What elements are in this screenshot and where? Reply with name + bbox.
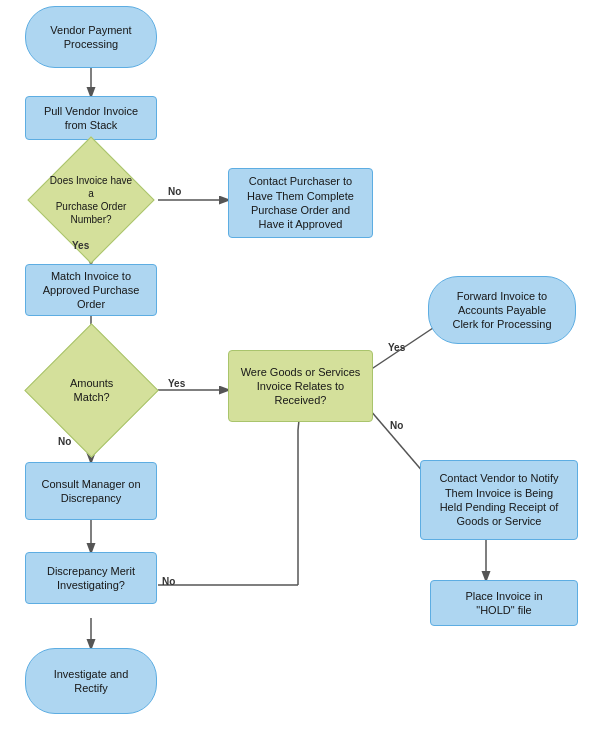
flowchart: Vendor Payment Processing Pull Vendor In…	[0, 0, 590, 747]
discrepancy-merit-label: Discrepancy Merit Investigating?	[47, 564, 135, 593]
node-contact-vendor: Contact Vendor to Notify Them Invoice is…	[420, 460, 578, 540]
node-contact-purchaser: Contact Purchaser to Have Them Complete …	[228, 168, 373, 238]
label-yes-amounts: Yes	[168, 378, 185, 389]
investigate-label: Investigate and Rectify	[54, 667, 129, 696]
node-vendor-payment: Vendor Payment Processing	[25, 6, 157, 68]
node-place-hold: Place Invoice in "HOLD" file	[430, 580, 578, 626]
node-pull-invoice: Pull Vendor Invoice from Stack	[25, 96, 157, 140]
consult-manager-label: Consult Manager on Discrepancy	[41, 477, 140, 506]
node-discrepancy-merit: Discrepancy Merit Investigating?	[25, 552, 157, 604]
label-yes-goods: Yes	[388, 342, 405, 353]
contact-vendor-label: Contact Vendor to Notify Them Invoice is…	[439, 471, 558, 528]
goods-received-label: Were Goods or Services Invoice Relates t…	[241, 365, 361, 408]
node-amounts-match-wrapper: Amounts Match?	[10, 340, 172, 440]
label-no-po: No	[168, 186, 181, 197]
node-forward-invoice: Forward Invoice to Accounts Payable Cler…	[428, 276, 576, 344]
amounts-match-label: Amounts Match?	[45, 376, 138, 405]
node-has-po-wrapper: Does Invoice have a Purchase Order Numbe…	[10, 158, 172, 242]
has-po-label: Does Invoice have a Purchase Order Numbe…	[47, 174, 135, 226]
node-goods-received: Were Goods or Services Invoice Relates t…	[228, 350, 373, 422]
node-match-invoice: Match Invoice to Approved Purchase Order	[25, 264, 157, 316]
forward-invoice-label: Forward Invoice to Accounts Payable Cler…	[452, 289, 551, 332]
node-investigate: Investigate and Rectify	[25, 648, 157, 714]
vendor-payment-label: Vendor Payment Processing	[50, 23, 131, 52]
contact-purchaser-label: Contact Purchaser to Have Them Complete …	[247, 174, 354, 231]
match-invoice-label: Match Invoice to Approved Purchase Order	[43, 269, 140, 312]
node-consult-manager: Consult Manager on Discrepancy	[25, 462, 157, 520]
label-no-discrepancy: No	[162, 576, 175, 587]
label-yes-po: Yes	[72, 240, 89, 251]
pull-invoice-label: Pull Vendor Invoice from Stack	[44, 104, 138, 133]
place-hold-label: Place Invoice in "HOLD" file	[465, 589, 542, 618]
label-no-goods: No	[390, 420, 403, 431]
label-no-amounts: No	[58, 436, 71, 447]
